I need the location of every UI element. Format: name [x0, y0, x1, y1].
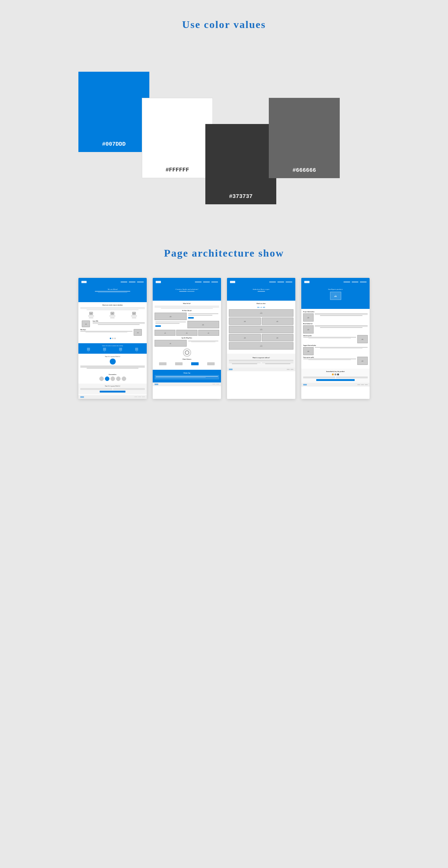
swatch-blue: #007DDD	[78, 72, 149, 152]
social-dot-dark	[337, 373, 339, 375]
mini-footer-2	[153, 382, 221, 386]
mini-page-1-header: We are Blend	[78, 278, 147, 302]
swatch-dark-label: #373737	[229, 193, 252, 200]
swatch-white: #FFFFFF	[142, 98, 213, 178]
mini-footer-links	[357, 384, 368, 385]
mini-page-4-body: Project Information ⛰ Blend Industrial	[301, 309, 370, 369]
mini-members-section: Our members	[78, 372, 147, 384]
color-values-section: Use color values #007DDD #FFFFFF #373737…	[78, 19, 370, 210]
mini-page-2-header: Creative Studio and solutions!	[153, 278, 221, 301]
mini-hero-text-3: Induction Have a spec	[228, 287, 294, 293]
footer-link	[142, 397, 145, 397]
swatch-dark: #373737	[205, 124, 276, 204]
member-avatar	[99, 376, 104, 381]
mini-hero-text-2: Creative Studio and solutions!	[154, 287, 220, 293]
mini-hero-sub-1	[83, 291, 142, 292]
footer-link	[290, 369, 293, 370]
mini-nav-dot	[343, 282, 350, 282]
footer-link	[212, 384, 215, 385]
partner-logo	[175, 362, 183, 365]
mini-logo-1	[81, 281, 87, 283]
mini-members-row	[80, 376, 145, 381]
mini-nav-dot	[286, 282, 292, 282]
mini-nav-dot	[137, 282, 144, 282]
mini-nav-bar-2	[154, 280, 220, 284]
mini-hero-text-4: Intelligent speakers ⛰	[303, 287, 368, 301]
section1-title: Use color values	[78, 19, 370, 31]
pages-grid: We are Blend About our creative team to …	[78, 278, 370, 399]
member-avatar	[105, 376, 109, 381]
mini-hero-title-1: We are Blend	[83, 288, 142, 290]
mini-grid-blog: ⛰	[155, 340, 219, 347]
mini-logo-4	[304, 281, 309, 283]
person-cards-2: Mike Hayes ⛰	[80, 329, 145, 336]
mini-buy-cta: Immediately buy the product	[301, 369, 370, 383]
mini-product-info-1	[315, 313, 368, 316]
mini-hero-text-1: We are Blend	[80, 287, 145, 295]
mini-page-3-body: Blend case show Case1 All Case2 ⛰ ⛰ ⛰	[227, 301, 295, 354]
social-dot-orange	[332, 373, 334, 375]
mini-product-section-4: ⛰	[303, 347, 368, 355]
mini-product-info-4	[315, 347, 368, 349]
mini-page-1: We are Blend About our creative team to …	[78, 278, 147, 399]
mini-nav-dots-4	[343, 282, 367, 282]
mini-footer-links	[134, 397, 145, 397]
mini-footer-logo	[303, 384, 307, 385]
footer-link	[365, 384, 368, 385]
mini-nav-dots-2	[195, 282, 218, 282]
mini-product-section-1: ⛰	[303, 313, 368, 322]
mini-nav-dot	[203, 282, 210, 282]
member-avatar	[111, 376, 115, 381]
person-name-1: James Mills	[93, 320, 145, 322]
mini-product-section-5: Enjoy supreme quality ⛰	[303, 357, 368, 365]
partner-logo-blue	[191, 362, 199, 365]
mini-grid-3x: ⛰ ⛰ ⛰	[155, 330, 219, 336]
mini-nav-dot	[195, 282, 202, 282]
mini-page-2: Creative Studio and solutions! What We D…	[153, 278, 221, 399]
mini-blue-icons: item item item item	[80, 348, 145, 352]
mini-case-tabs: Case1 All Case2	[229, 306, 293, 308]
footer-link	[134, 397, 137, 397]
mini-nav-dots-1	[121, 282, 144, 282]
mini-page-4-header: Intelligent speakers ⛰	[301, 278, 370, 309]
partner-logo	[207, 362, 215, 365]
mini-page-1-body: About our creative team to introduce ⛰	[78, 302, 147, 344]
section2-title: Page architecture show	[78, 247, 370, 259]
member-avatar	[116, 376, 121, 381]
mini-testimonial-bar: Clients Say	[153, 370, 221, 382]
mini-logo-2	[156, 281, 161, 283]
mini-page-4: Intelligent speakers ⛰ Project Informati…	[301, 278, 370, 399]
mini-nav-bar-1	[80, 280, 145, 284]
footer-link	[287, 369, 290, 370]
footer-link	[138, 397, 141, 397]
mini-hero-title-2: Creative Studio and solutions!	[157, 288, 217, 290]
mini-grid-2x2: ⛰ ⛰	[155, 313, 219, 328]
social-dot-gray	[335, 373, 336, 375]
mini-section-title-bar: About our creative team to introduce	[80, 304, 145, 306]
mini-social-dots	[303, 373, 368, 375]
mini-footer-3	[227, 368, 295, 371]
mini-large-img-2: ⛰	[229, 326, 293, 333]
mini-product-section-2: ⛰	[303, 325, 368, 334]
mini-nav-bar-3	[228, 280, 294, 284]
person-cards: ⛰ James Mills	[80, 320, 145, 327]
person-name-2: Mike Hayes	[80, 329, 133, 331]
mini-person-3: ⛰	[131, 312, 137, 319]
mini-logo-3	[230, 281, 235, 283]
swatch-blue-label: #007DDD	[102, 141, 125, 148]
mini-page-3-header: Induction Have a spec	[227, 278, 295, 301]
mini-nav-dot	[277, 282, 284, 282]
mini-cta-3: Want to cooperate with us?	[227, 354, 295, 368]
mini-nav-dot	[129, 282, 136, 282]
blue-icon-item: item	[135, 348, 138, 352]
blue-icon-item: item	[119, 348, 122, 352]
mini-nav-dot	[211, 282, 218, 282]
mini-footer-logo	[155, 384, 158, 385]
page-wrapper: Use color values #007DDD #FFFFFF #373737…	[78, 0, 370, 421]
mini-large-img-3: ⛰	[229, 342, 293, 350]
mini-cta-bar: Want To Cooperate With Us?	[78, 384, 147, 394]
footer-link	[361, 384, 364, 385]
footer-link	[357, 384, 360, 385]
mini-footer-1	[78, 395, 147, 399]
swatch-gray-label: #666666	[292, 167, 316, 174]
